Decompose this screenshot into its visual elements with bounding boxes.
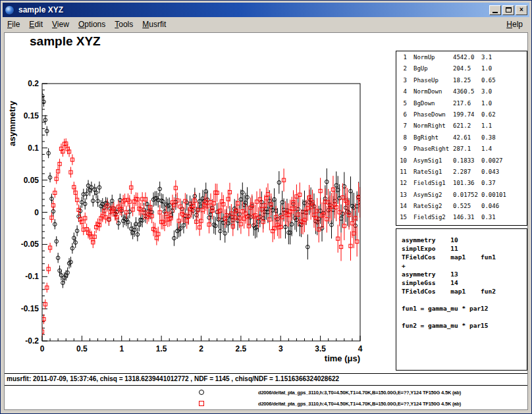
menu-file[interactable]: File (3, 18, 24, 31)
svg-text:time (μs): time (μs) (325, 353, 360, 363)
parameter-row: 8BgRight42.610.38 (398, 134, 527, 145)
svg-text:-0.05: -0.05 (21, 240, 40, 249)
menu-bar: FileEditViewOptionsToolsMusrfitHelp (3, 17, 529, 32)
svg-text:asymmetry: asymmetry (7, 101, 17, 146)
legend-label: d2006/deltat_pta_gps_3110,h:4,T0=4.50K,T… (258, 401, 461, 407)
footer-separator-top (5, 373, 527, 374)
plot-svg[interactable]: 00.511.522.533.540.20.150.10.050-0.05-0.… (5, 33, 380, 372)
parameter-row: 15FieldSig2146.310.31 (398, 214, 527, 225)
theory-text: asymmetry 10 simplExpo 11 TFieldCos map1… (396, 229, 527, 330)
legend-row: d2006/deltat_pta_gps_3110,h:4,T0=4.50K,T… (5, 398, 527, 409)
parameter-row: 3PhaseUp18.250.65 (398, 77, 527, 88)
fit-status-line: musrfit: 2011-07-09, 15:37:46, chisq = 1… (7, 375, 339, 382)
minimize-icon (492, 12, 498, 13)
svg-text:0.15: 0.15 (24, 111, 40, 120)
svg-text:0: 0 (40, 344, 45, 353)
menu-help[interactable]: Help (500, 18, 529, 31)
menu-musrfit[interactable]: Musrfit (138, 18, 171, 31)
parameter-row: 1NormUp4542.03.1 (398, 54, 527, 65)
svg-text:0: 0 (34, 208, 39, 217)
legend-square-marker-icon (199, 401, 204, 406)
svg-text:2.5: 2.5 (236, 344, 247, 353)
svg-text:-0.1: -0.1 (25, 272, 39, 281)
svg-text:1.5: 1.5 (156, 344, 167, 353)
root-canvas[interactable]: sample XYZ 00.511.522.533.540.20.150.10.… (4, 32, 528, 410)
parameter-row: 5BgDown217.61.0 (398, 100, 527, 111)
menu-options[interactable]: Options (74, 18, 110, 31)
svg-text:2: 2 (199, 344, 203, 353)
parameter-list: 1NormUp4542.03.12BgUp204.51.03PhaseUp18.… (398, 54, 527, 226)
maximize-button[interactable] (502, 5, 514, 15)
parameter-row: 11RateSig12.2870.043 (398, 168, 527, 180)
parameter-row: 4NormDown4360.53.0 (398, 88, 527, 99)
parameter-row: 10AsymSig10.18330.0027 (398, 157, 527, 168)
window-title: sample XYZ (18, 5, 488, 14)
parameter-row: 6PhaseDown199.740.62 (398, 111, 527, 122)
svg-text:0.1: 0.1 (28, 143, 39, 153)
svg-text:0.2: 0.2 (28, 79, 39, 88)
svg-text:4: 4 (358, 344, 363, 353)
minimize-button[interactable] (489, 5, 501, 15)
legend-label: d2006/deltat_pta_gps_3110,h:3,T0=4.50K,T… (258, 390, 461, 396)
footer-separator-bottom (5, 385, 527, 386)
parameter-row: 14RateSig20.5250.046 (398, 203, 527, 214)
legend-circle-marker-icon (199, 390, 204, 395)
parameter-row: 12FieldSig1101.360.37 (398, 180, 527, 191)
menu-edit[interactable]: Edit (24, 18, 47, 31)
title-bar[interactable]: sample XYZ × (3, 3, 529, 17)
svg-text:1: 1 (119, 344, 124, 353)
parameter-row: 13AsymSig20.017520.00101 (398, 192, 527, 203)
parameter-row: 2BgUp204.51.0 (398, 65, 527, 76)
theory-pane[interactable]: asymmetry 10 simplExpo 11 TFieldCos map1… (396, 228, 527, 371)
svg-text:-0.15: -0.15 (21, 304, 40, 313)
close-icon: × (519, 7, 523, 13)
app-window: sample XYZ × FileEditViewOptionsToolsMus… (0, 0, 532, 414)
app-icon[interactable] (5, 5, 14, 15)
legend-row: d2006/deltat_pta_gps_3110,h:3,T0=4.50K,T… (5, 387, 527, 398)
svg-text:3: 3 (279, 344, 283, 353)
parameter-row: 9PhaseRight287.11.4 (398, 145, 527, 157)
menu-tools[interactable]: Tools (110, 18, 138, 31)
close-button[interactable]: × (516, 5, 527, 15)
menu-view[interactable]: View (47, 18, 74, 31)
svg-text:0.05: 0.05 (24, 176, 40, 185)
svg-text:3.5: 3.5 (315, 344, 326, 353)
svg-text:0.5: 0.5 (76, 344, 88, 353)
parameter-row: 7NormRight621.21.1 (398, 122, 527, 134)
maximize-icon (506, 7, 512, 13)
parameter-pane[interactable]: 1NormUp4542.03.12BgUp204.51.03PhaseUp18.… (396, 51, 527, 226)
svg-text:-0.2: -0.2 (25, 336, 39, 346)
